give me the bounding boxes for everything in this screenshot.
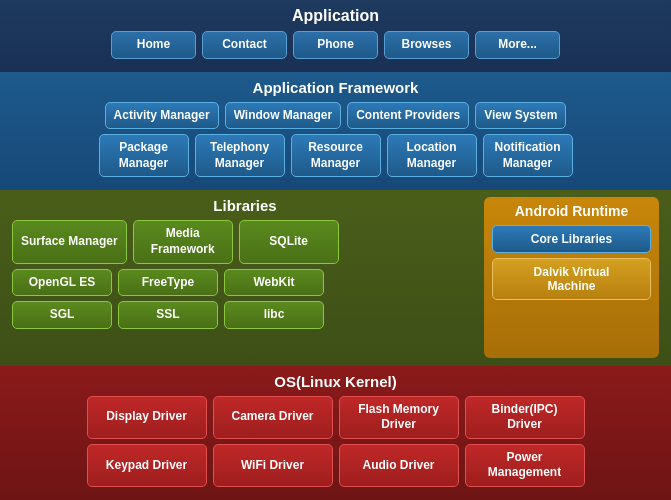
btn-home[interactable]: Home xyxy=(111,31,196,59)
btn-sqlite[interactable]: SQLite xyxy=(239,220,339,263)
libraries-title: Libraries xyxy=(12,197,478,214)
libraries-left: Libraries Surface Manager Media Framewor… xyxy=(12,197,478,357)
btn-telephony-manager[interactable]: Telephony Manager xyxy=(195,134,285,177)
btn-dalvik-vm[interactable]: Dalvik Virtual Machine xyxy=(492,258,651,300)
btn-contact[interactable]: Contact xyxy=(202,31,287,59)
btn-freetype[interactable]: FreeType xyxy=(118,269,218,297)
framework-title: Application Framework xyxy=(253,79,419,96)
btn-wifi-driver[interactable]: WiFi Driver xyxy=(213,444,333,487)
btn-media-framework[interactable]: Media Framework xyxy=(133,220,233,263)
os-row2: Keypad Driver WiFi Driver Audio Driver P… xyxy=(87,444,585,487)
btn-flash-memory-driver[interactable]: Flash Memory Driver xyxy=(339,396,459,439)
btn-sgl[interactable]: SGL xyxy=(12,301,112,329)
btn-power-management[interactable]: Power Management xyxy=(465,444,585,487)
os-section: OS(Linux Kernel) Display Driver Camera D… xyxy=(0,366,671,500)
libraries-row3: SGL SSL libc xyxy=(12,301,324,329)
btn-more[interactable]: More... xyxy=(475,31,560,59)
android-runtime-section: Android Runtime Core Libraries Dalvik Vi… xyxy=(484,197,659,357)
btn-location-manager[interactable]: Location Manager xyxy=(387,134,477,177)
libraries-runtime-section: Libraries Surface Manager Media Framewor… xyxy=(0,190,671,365)
libraries-row2: OpenGL ES FreeType WebKit xyxy=(12,269,324,297)
btn-window-manager[interactable]: Window Manager xyxy=(225,102,342,130)
btn-core-libraries[interactable]: Core Libraries xyxy=(492,225,651,253)
btn-webkit[interactable]: WebKit xyxy=(224,269,324,297)
application-section: Application Home Contact Phone Browses M… xyxy=(0,0,671,72)
btn-surface-manager[interactable]: Surface Manager xyxy=(12,220,127,263)
os-row1: Display Driver Camera Driver Flash Memor… xyxy=(87,396,585,439)
btn-content-providers[interactable]: Content Providers xyxy=(347,102,469,130)
btn-package-manager[interactable]: Package Manager xyxy=(99,134,189,177)
main-container: Application Home Contact Phone Browses M… xyxy=(0,0,671,500)
btn-display-driver[interactable]: Display Driver xyxy=(87,396,207,439)
btn-notification-manager[interactable]: Notification Manager xyxy=(483,134,573,177)
btn-libc[interactable]: libc xyxy=(224,301,324,329)
btn-ssl[interactable]: SSL xyxy=(118,301,218,329)
btn-binder-driver[interactable]: Binder(IPC) Driver xyxy=(465,396,585,439)
application-btn-row: Home Contact Phone Browses More... xyxy=(111,31,560,59)
runtime-title: Android Runtime xyxy=(515,203,629,219)
btn-browses[interactable]: Browses xyxy=(384,31,469,59)
btn-camera-driver[interactable]: Camera Driver xyxy=(213,396,333,439)
os-title: OS(Linux Kernel) xyxy=(274,373,397,390)
btn-audio-driver[interactable]: Audio Driver xyxy=(339,444,459,487)
btn-activity-manager[interactable]: Activity Manager xyxy=(105,102,219,130)
btn-keypad-driver[interactable]: Keypad Driver xyxy=(87,444,207,487)
application-title: Application xyxy=(292,7,379,25)
framework-section: Application Framework Activity Manager W… xyxy=(0,72,671,191)
framework-row2: Package Manager Telephony Manager Resour… xyxy=(99,134,573,177)
btn-resource-manager[interactable]: Resource Manager xyxy=(291,134,381,177)
libraries-row1: Surface Manager Media Framework SQLite xyxy=(12,220,339,263)
btn-phone[interactable]: Phone xyxy=(293,31,378,59)
btn-opengl-es[interactable]: OpenGL ES xyxy=(12,269,112,297)
btn-view-system[interactable]: View System xyxy=(475,102,566,130)
framework-row1: Activity Manager Window Manager Content … xyxy=(105,102,567,130)
